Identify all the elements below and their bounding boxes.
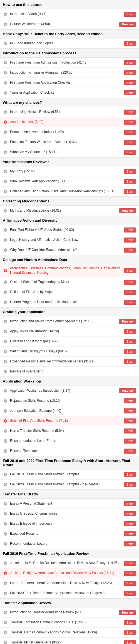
video-icon xyxy=(3,339,8,344)
video-icon xyxy=(3,227,8,233)
start-button[interactable]: Start xyxy=(124,408,136,413)
start-button[interactable]: Start xyxy=(124,359,136,364)
course-item-academic-index: Academic Index (8:49)Start xyxy=(0,117,139,127)
item-title: College of Fine Arts by Major xyxy=(10,290,124,294)
course-item-intro-transfer: Introduction to Transfer Admissions (20:… xyxy=(0,68,139,78)
video-icon xyxy=(3,120,8,125)
video-icon xyxy=(3,418,8,423)
item-title: Resume Template xyxy=(10,449,124,453)
start-button[interactable]: Start xyxy=(124,482,136,487)
video-icon xyxy=(3,349,8,354)
start-button[interactable]: Start xyxy=(124,227,136,233)
svg-rect-62 xyxy=(4,370,7,373)
start-button[interactable]: Start xyxy=(124,238,136,243)
start-button[interactable]: Start xyxy=(124,41,136,46)
section-header-transfer-application-review: Transfer Application Review xyxy=(0,598,139,607)
start-button[interactable]: Start xyxy=(124,640,136,644)
start-button[interactable]: Start xyxy=(124,541,136,546)
video-icon xyxy=(3,300,8,305)
preview-button[interactable]: Preview xyxy=(119,22,136,27)
preview-button[interactable]: Preview xyxy=(119,388,136,393)
preview-button[interactable]: Preview xyxy=(119,610,136,615)
start-button[interactable]: Start xyxy=(124,248,136,253)
course-item-honors-programs: Honors Programs Data and Application Adv… xyxy=(0,297,139,307)
item-title: First-time Freshman Admissions Introduct… xyxy=(10,60,124,65)
start-button[interactable]: Start xyxy=(124,531,136,536)
start-button[interactable]: Start xyxy=(124,439,136,444)
start-button[interactable]: Start xyxy=(124,169,136,174)
course-item-apply-texas-walkthrough: Apply Texas Walkthrough (14:28)Start xyxy=(0,326,139,336)
course-item-architecture-etc: Architecture, Business, Communications, … xyxy=(0,264,139,277)
section-header-college-honors: College and Honors Admissions Data xyxy=(0,255,139,264)
start-button[interactable]: Start xyxy=(124,591,136,596)
section-header-affirmative-action: Affirmative Action and Diversity xyxy=(0,216,139,225)
item-title: Recommendation Letters xyxy=(10,542,124,546)
video-icon xyxy=(3,290,8,295)
start-button[interactable]: Start xyxy=(124,561,136,566)
item-title: Who Reviews Your Application? (13:43) xyxy=(10,179,124,184)
course-item-jasmine-liu: Jasmine Liu McCombs Business Admissions … xyxy=(0,558,139,568)
start-button[interactable]: Start xyxy=(124,70,136,75)
start-button[interactable]: Start xyxy=(124,179,136,184)
item-title: Essay A Personal Statement xyxy=(10,502,124,506)
start-button[interactable]: Start xyxy=(124,501,136,506)
start-button[interactable]: Start xyxy=(124,268,136,273)
start-button[interactable]: Start xyxy=(124,110,136,115)
start-button[interactable]: Start xyxy=(124,150,136,155)
item-title: Rajanathan Skills Resume (10:10) xyxy=(10,399,124,403)
item-title: Jackson Pettigrew Aerospace Admissions R… xyxy=(10,571,124,575)
course-item-essay-c-special: Essay C Special CircumstancesStart xyxy=(0,509,139,519)
start-button[interactable]: Start xyxy=(124,339,136,344)
start-button[interactable]: Start xyxy=(124,90,136,95)
item-title: College Fairs, High School Visits, and C… xyxy=(10,189,124,194)
start-button[interactable]: Start xyxy=(124,630,136,635)
item-title: Schmidt Fine Arts Skills Resume (7:18) xyxy=(10,419,124,423)
video-icon xyxy=(3,561,8,566)
start-button[interactable]: Start xyxy=(124,449,136,454)
start-button[interactable]: Start xyxy=(124,140,136,145)
course-item-diversity-fit: Diversity and Fit for Major (14:29)Start xyxy=(0,336,139,347)
course-item-college-fine-arts: College of Fine Arts by MajorStart xyxy=(0,287,139,297)
item-title: Jasmine Liu McCombs Business Admissions … xyxy=(10,561,124,565)
video-icon xyxy=(3,12,8,17)
start-button[interactable]: Start xyxy=(124,290,136,295)
course-item-beware-overrediting: Beware of overrediting! xyxy=(0,367,139,377)
video-icon xyxy=(3,60,8,65)
item-title: Introducing Holistic Review (6:56) xyxy=(10,110,124,114)
start-button[interactable]: Start xyxy=(124,120,136,125)
start-button[interactable]: Start xyxy=(124,300,136,305)
start-button[interactable]: Start xyxy=(124,511,136,516)
course-item-holistic-review: Introducing Holistic Review (6:56)Start xyxy=(0,107,139,117)
item-title: PDF and Kindle Book Copies xyxy=(10,41,124,46)
start-button[interactable]: Start xyxy=(124,521,136,526)
video-icon xyxy=(3,189,8,194)
course-item-first-time-checklist: First-time Freshman Application Checklis… xyxy=(0,78,139,88)
start-button[interactable]: Start xyxy=(124,60,136,65)
start-button[interactable]: Start xyxy=(124,571,136,576)
start-button[interactable]: Start xyxy=(124,428,136,434)
start-button[interactable]: Start xyxy=(124,280,136,285)
start-button[interactable]: Start xyxy=(124,80,136,85)
start-button[interactable]: Start xyxy=(124,418,136,423)
item-title: Transfer Application Checklist xyxy=(10,91,124,95)
start-button[interactable]: Start xyxy=(124,581,136,586)
preview-button[interactable]: Preview xyxy=(119,208,136,213)
video-icon xyxy=(3,169,8,174)
course-item-jackson-pettigrew: Jackson Pettigrew Aerospace Admissions R… xyxy=(0,568,139,578)
start-button[interactable]: Start xyxy=(124,472,136,477)
start-button[interactable]: Start xyxy=(124,130,136,135)
section-header-admissions-reviewer: Your Admissions Reviewer xyxy=(0,157,139,166)
section-header-misconceptions: Correcting Misconceptions xyxy=(0,197,139,206)
start-button[interactable]: Start xyxy=(124,349,136,354)
item-title: Expanded Resume and Recommendation Lette… xyxy=(10,359,124,364)
start-button[interactable]: Start xyxy=(124,620,136,625)
start-button[interactable]: Start xyxy=(124,398,136,403)
item-title: Transfer: McGill Liberal Arts (9:22) xyxy=(10,640,124,644)
start-button[interactable]: Start xyxy=(124,329,136,334)
svg-rect-16 xyxy=(4,91,7,95)
preview-button[interactable]: Preview xyxy=(119,319,136,324)
start-button[interactable]: Start xyxy=(124,12,136,17)
course-item-essay-e-importance: Essay E Issue of ImportanceStart xyxy=(0,519,139,529)
video-icon xyxy=(3,130,8,135)
start-button[interactable]: Start xyxy=(124,189,136,194)
